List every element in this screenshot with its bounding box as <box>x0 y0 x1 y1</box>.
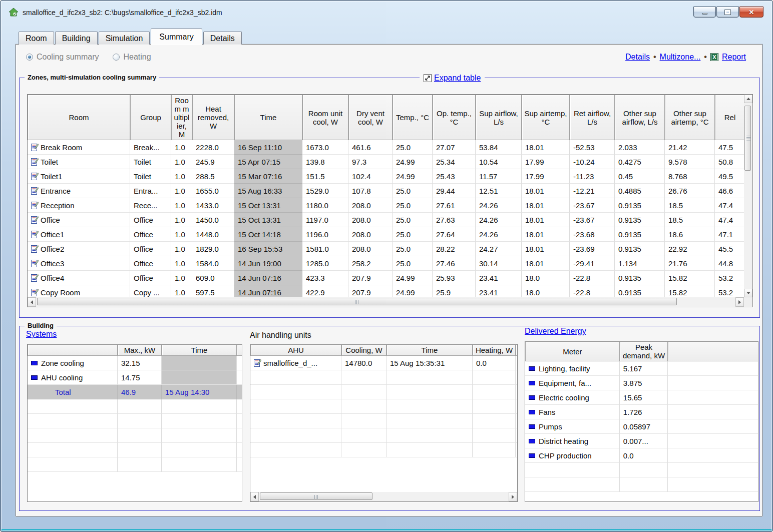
ahu-row[interactable] <box>250 399 518 414</box>
zone-report-icon[interactable] <box>31 274 39 282</box>
zone-row[interactable]: Break Room Break... 1.0 2228.0 16 Sep 11… <box>28 140 745 155</box>
horizontal-scrollbar-thumb[interactable] <box>260 492 372 500</box>
expand-table-link[interactable]: Expand table <box>434 74 481 83</box>
ahu-row[interactable] <box>250 385 518 399</box>
meter-row[interactable] <box>525 463 758 477</box>
details-link[interactable]: Details <box>625 53 650 62</box>
col-header-heat-removed[interactable]: Heat removed, W <box>192 95 234 140</box>
col-header-ahu[interactable]: AHU <box>250 344 341 356</box>
zone-report-icon[interactable] <box>31 245 39 253</box>
col-header-rel[interactable]: Rel <box>715 95 745 140</box>
col-header-other-sup-airtemp[interactable]: Other sup airtemp, °C <box>665 95 715 140</box>
col-header-meter[interactable]: Meter <box>525 341 620 361</box>
zones-horizontal-scrollbar[interactable] <box>28 297 744 307</box>
zone-report-icon[interactable] <box>31 288 39 296</box>
col-header-temp[interactable]: Temp., °C <box>393 95 433 140</box>
col-header-room-multiplier[interactable]: Room multiplier, M <box>171 95 192 140</box>
ahu-horizontal-scrollbar[interactable] <box>250 492 517 501</box>
system-row[interactable]: AHU cooling 14.75 <box>28 370 242 385</box>
meter-row[interactable]: CHP production 0.0 <box>525 448 758 463</box>
scroll-left-button[interactable] <box>28 297 36 307</box>
scroll-up-button[interactable] <box>744 95 752 103</box>
systems-link[interactable]: Systems <box>26 330 57 339</box>
ahu-row[interactable] <box>250 414 518 428</box>
col-header-peak-demand[interactable]: Peak demand, kW <box>620 341 668 361</box>
col-header-heating-w[interactable]: Heating, W <box>473 344 516 356</box>
zone-report-icon[interactable] <box>31 201 39 209</box>
horizontal-scrollbar-thumb[interactable] <box>37 298 677 305</box>
zone-row[interactable]: Office2 Office 1.0 1829.0 16 Sep 15:53 1… <box>28 242 745 256</box>
zone-row[interactable]: Office4 Office 1.0 609.0 14 Jun 07:16 42… <box>28 271 745 285</box>
col-header-room-unit-cool[interactable]: Room unit cool, W <box>302 95 348 140</box>
delivered-energy-link[interactable]: Delivered Energy <box>525 327 586 336</box>
col-header-time[interactable]: Time <box>162 344 237 356</box>
scroll-right-button[interactable] <box>735 297 744 307</box>
system-row[interactable] <box>28 443 242 457</box>
zone-report-icon[interactable] <box>31 158 39 166</box>
zone-row[interactable]: Toilet1 Toilet 1.0 288.5 15 Mar 07:16 15… <box>28 169 745 184</box>
col-header-group[interactable]: Group <box>130 95 171 140</box>
close-button[interactable]: ✕ <box>739 7 763 18</box>
tab-simulation[interactable]: Simulation <box>99 32 150 45</box>
tab-summary[interactable]: Summary <box>151 29 202 45</box>
minimize-button[interactable] <box>693 7 716 18</box>
system-row[interactable]: Total 46.9 15 Aug 14:30 <box>28 385 242 399</box>
cooling-summary-radio[interactable] <box>26 54 33 61</box>
col-header-blank[interactable] <box>28 344 118 356</box>
system-row[interactable] <box>28 457 242 472</box>
zone-row[interactable]: Toilet Toilet 1.0 245.9 15 Apr 07:15 139… <box>28 155 745 169</box>
col-header-time[interactable]: Time <box>234 95 302 140</box>
ahu-report-icon[interactable] <box>254 359 261 367</box>
col-header-cooling-w[interactable]: Cooling, W <box>341 344 386 356</box>
scroll-right-button[interactable] <box>509 492 517 501</box>
zone-report-icon[interactable] <box>31 230 39 238</box>
col-header-blank[interactable] <box>668 341 758 361</box>
vertical-scrollbar-thumb[interactable] <box>744 106 751 171</box>
meter-row[interactable]: Lighting, facility 5.167 <box>525 361 758 376</box>
zone-report-icon[interactable] <box>31 216 39 224</box>
system-row[interactable]: Zone cooling 32.15 <box>28 356 242 370</box>
maximize-button[interactable] <box>716 7 739 18</box>
zone-report-icon[interactable] <box>31 187 39 195</box>
col-header-sup-airtemp[interactable]: Sup airtemp, °C <box>522 95 570 140</box>
tab-room[interactable]: Room <box>19 32 54 45</box>
col-header-sup-airflow[interactable]: Sup airflow, L/s <box>476 95 522 140</box>
ahu-row[interactable] <box>250 443 518 457</box>
system-row[interactable] <box>28 414 242 428</box>
zone-report-icon[interactable] <box>31 172 39 180</box>
meter-row[interactable] <box>525 477 758 492</box>
col-header-dry-vent-cool[interactable]: Dry vent cool, W <box>348 95 393 140</box>
scroll-left-button[interactable] <box>250 492 259 501</box>
report-link[interactable]: Report <box>722 53 746 62</box>
scroll-down-button[interactable] <box>744 289 752 297</box>
zones-vertical-scrollbar[interactable] <box>744 95 752 297</box>
ahu-row[interactable] <box>250 370 518 385</box>
col-header-op-temp[interactable]: Op. temp., °C <box>433 95 476 140</box>
tab-building[interactable]: Building <box>55 32 98 45</box>
col-header-time[interactable]: Time <box>386 344 473 356</box>
expand-icon[interactable] <box>424 74 432 82</box>
multizone-link[interactable]: Multizone... <box>660 53 701 62</box>
meter-row[interactable]: Fans 1.726 <box>525 405 758 419</box>
heating-radio[interactable] <box>113 54 120 61</box>
titlebar[interactable]: smalloffice_d_ifc2x3_sb2: C:\bugs\smallo… <box>6 5 767 26</box>
meter-row[interactable]: Pumps 0.05897 <box>525 419 758 434</box>
zone-row[interactable]: Office3 Office 1.0 1584.0 14 Jun 19:00 1… <box>28 256 745 271</box>
system-row[interactable] <box>28 428 242 443</box>
meter-row[interactable]: Equipment, fa... 3.875 <box>525 376 758 390</box>
meter-row[interactable]: Electric cooling 15.65 <box>525 390 758 405</box>
system-row[interactable] <box>28 399 242 414</box>
col-header-ret-airflow[interactable]: Ret airflow, L/s <box>570 95 615 140</box>
zone-row[interactable]: Reception Rece... 1.0 1433.0 15 Oct 13:3… <box>28 198 745 213</box>
zone-row[interactable]: Office Office 1.0 1450.0 15 Oct 13:31 11… <box>28 213 745 227</box>
tab-details[interactable]: Details <box>203 32 242 45</box>
zone-row[interactable]: Entrance Entra... 1.0 1655.0 15 Aug 16:3… <box>28 184 745 198</box>
zone-report-icon[interactable] <box>31 143 39 151</box>
col-header-max-kw[interactable]: Max., kW <box>118 344 162 356</box>
col-header-extra[interactable] <box>237 344 242 356</box>
ahu-row[interactable] <box>250 428 518 443</box>
meter-row[interactable]: District heating 0.007... <box>525 434 758 448</box>
zone-row[interactable]: Office1 Office 1.0 1448.0 15 Oct 14:18 1… <box>28 227 745 242</box>
col-header-other-sup-airflow[interactable]: Other sup airflow, L/s <box>615 95 665 140</box>
ahu-row[interactable]: smalloffice_d_... 14780.0 15 Aug 15:35:3… <box>250 356 518 370</box>
